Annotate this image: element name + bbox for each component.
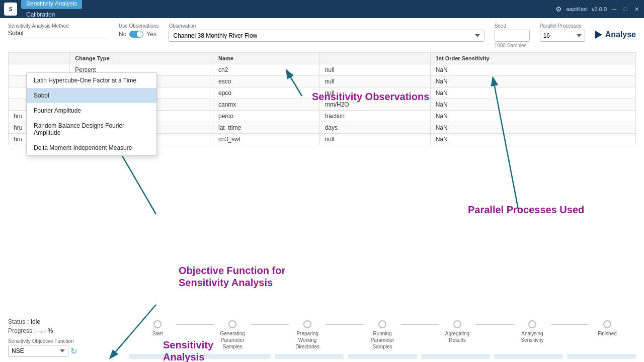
objective-function-group: Sensitivity Objective Function NSE ↻ [8,338,77,357]
cell-sensitivity: NaN [430,87,635,99]
maximize-button[interactable]: □ [622,6,629,13]
pipeline-dot-0 [153,320,162,328]
yes-label: Yes [146,31,156,38]
track-5 [421,354,490,359]
pipeline-label-1: GeneratingParameter Samples [214,330,251,350]
pipeline-step-3: RunningParameter Samples [364,320,401,350]
cell-unit: null [319,134,430,145]
col-header-name: Name [213,53,320,64]
cell-unit: null [319,76,430,87]
refresh-button[interactable]: ↻ [70,346,77,356]
objective-function-select[interactable]: NSE [8,345,68,357]
annotation-obj-func-text: Objective Function forSensitivity Analys… [179,265,285,288]
play-icon [595,31,602,39]
observation-group: Observation Channel 38 Monthly River Flo… [169,23,484,42]
pipeline-step-2: Preparing WorkingDirectories [289,320,326,350]
pipeline-tracks [129,352,636,360]
pipeline-connector-2 [326,324,363,325]
seed-label: Seed [495,23,530,29]
seed-input[interactable]: 100 [495,30,530,42]
dropdown-item-sobol[interactable]: Sobol [27,88,156,103]
gear-icon[interactable]: ⚙ [555,5,562,13]
parallel-label: Parallel Processes [540,23,585,29]
annotation-obj-func: Objective Function forSensitivity Analys… [179,264,285,289]
track-4 [348,354,417,359]
col-header-sensitivity: 1st Order Sensitivity [430,53,635,64]
pipeline-label-2: Preparing WorkingDirectories [289,330,326,350]
progress-pipeline: Start GeneratingParameter Samples Prepar… [129,320,636,350]
cell-sensitivity: NaN [430,134,635,145]
pipeline-label-3: RunningParameter Samples [364,330,401,350]
annotation-parallel: Parallel Processes Used [468,204,584,216]
dropdown-item-rbd[interactable]: Random Balance Designs Fourier Amplitude [27,118,156,140]
analyse-label: Analyse [605,30,636,39]
app-version-label: v3.0.0 [592,6,607,12]
observation-select[interactable]: Channel 38 Monthly River Flow [169,30,484,42]
pipeline-step-6: Finished [589,320,626,337]
cell-unit: fraction [319,111,430,122]
no-label: No [119,31,126,38]
progress-value: : –.– % [34,327,53,334]
pipeline-connector-5 [551,324,588,325]
status-row: Status : Idle [8,318,109,325]
cell-sensitivity: NaN [430,99,635,111]
dropdown-item-fourier[interactable]: Fourier Amplitude [27,103,156,118]
nav-item-sensitivity-analysis[interactable]: Sensitivity Analysis [21,0,82,9]
cell-name: canmx [213,99,320,111]
cell-sensitivity: NaN [430,76,635,87]
track-3 [275,354,344,359]
cell-sensitivity: NaN [430,64,635,76]
samples-hint: 1600 Samples [495,43,530,48]
minimize-button[interactable]: ─ [611,6,618,13]
pipeline-connector-0 [176,324,213,325]
pipeline-connector-3 [401,324,438,325]
annotation-parallel-text: Parallel Processes Used [468,204,584,215]
dropdown-item-delta[interactable]: Delta Moment-Independent Measure [27,140,156,155]
sensitivity-method-value[interactable]: Sobol [8,30,109,38]
app-version: aaptKosi [566,6,588,12]
seed-group: Seed 100 1600 Samples [495,23,530,48]
dropdown-item-lhs[interactable]: Latin Hypercube-One Factor at a Time [27,73,156,88]
cell-sensitivity: NaN [430,111,635,122]
progress-label: Progress [8,327,32,334]
use-obs-toggle[interactable] [129,31,143,38]
analyse-button[interactable]: Analyse [595,30,636,39]
cell-name: cn3_swf [213,134,320,145]
pipeline-step-4: AgregatingResults [439,320,476,343]
pipeline-step-0: Start [139,320,176,337]
cell-name: perco [213,111,320,122]
top-right-area: ⚙ aaptKosi v3.0.0 ─ □ ✕ [555,5,640,13]
col-header-change-type: Change Type [70,53,213,64]
status-item: Status : Idle [8,318,40,325]
track-2 [202,354,271,359]
use-obs-toggle-row: No Yes [119,31,158,38]
status-label: Status [8,318,25,325]
cell-name: epco [213,87,320,99]
pipeline-label-5: AnalysingSensitivity [521,330,543,343]
cell-name: esco [213,76,320,87]
objective-function-row: Sensitivity Objective Function NSE ↻ [8,338,109,357]
sensitivity-method-dropdown: Latin Hypercube-One Factor at a Time Sob… [26,72,157,156]
track-6 [494,354,563,359]
pipeline-dot-6 [603,320,611,328]
pipeline-label-0: Start [152,330,163,337]
cell-sensitivity: NaN [430,122,635,134]
pipeline-dot-4 [453,320,461,328]
bottom-section: Status : Idle Progress : –.– % Sensitivi… [0,315,644,362]
observation-label: Observation [169,23,484,29]
parallel-processes-group: Parallel Processes 16 [540,23,585,42]
pipeline-step-1: GeneratingParameter Samples [214,320,251,350]
track-7 [567,354,636,359]
pipeline-step-5: AnalysingSensitivity [514,320,551,343]
close-button[interactable]: ✕ [633,6,640,13]
parallel-select[interactable]: 16 [540,30,585,42]
status-area: Status : Idle Progress : –.– % Sensitivi… [8,318,109,357]
col-header-unit [319,53,430,64]
app-logo: S [4,3,17,16]
top-bar: S HomeRun ModelParametersObservationsSen… [0,0,644,18]
main-content: Sensitivity Analysis Method Sobol Use Ob… [0,18,644,362]
track-1 [129,354,198,359]
pipeline-dot-2 [303,320,311,328]
top-controls: Sensitivity Analysis Method Sobol Use Ob… [8,23,636,48]
pipeline-label-4: AgregatingResults [445,330,469,343]
